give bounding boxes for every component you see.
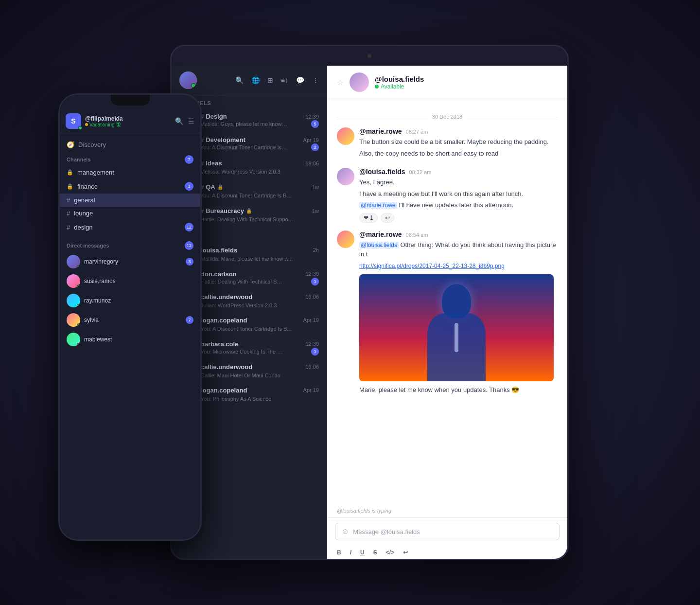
- image-link[interactable]: http://significa.pt/drops/2017-04-25_22-…: [359, 263, 505, 269]
- channel-details-design: # Design 12:39 Matilda: Guys, please let…: [200, 113, 319, 128]
- phone-dm-marvin[interactable]: marvinregory 3: [60, 252, 200, 271]
- return-button[interactable]: ↩: [401, 548, 410, 557]
- person-time-logan2: Apr 19: [303, 387, 319, 393]
- mention-marie: @marie.rowe: [359, 202, 397, 209]
- person-name-callie1: callie.underwood: [201, 293, 252, 301]
- channel-time-dev: Apr 19: [303, 137, 319, 143]
- person-details-don: don.carlson 12:39 Hattie: Dealing With T…: [201, 270, 319, 285]
- code-button[interactable]: </>: [384, 548, 396, 557]
- phone-dm-sylvia[interactable]: sylvia 7: [60, 310, 200, 330]
- phone-header-icons: 🔍 ☰: [175, 117, 194, 125]
- reaction-reply[interactable]: ↩: [381, 213, 394, 223]
- person-details-logan2: logan.copeland Apr 19 You: Philosophy As…: [201, 387, 319, 403]
- phone-dm-count: 12: [185, 241, 193, 250]
- compass-icon: 🧭: [67, 141, 74, 148]
- underline-button[interactable]: U: [358, 548, 367, 557]
- phone-channel-finance[interactable]: 🔒 finance 1: [60, 179, 200, 194]
- phone-notch: [111, 95, 150, 106]
- phone-dm-avatar-marvin: [67, 255, 80, 268]
- phone-dm-ray[interactable]: ray.munoz: [60, 291, 200, 310]
- message-icon[interactable]: 💬: [296, 76, 304, 84]
- person-name-barbara: barbara.cole: [201, 340, 238, 348]
- chat-input-box[interactable]: ☺ Message @louisa.fields: [335, 523, 560, 540]
- chat-username: @louisa.fields: [375, 75, 424, 83]
- person-time-barbara: 12:39: [305, 341, 319, 347]
- person-preview-louisa: Matilda: Marie, please let me know w...: [201, 256, 293, 262]
- phone-ch-badge-design: 12: [185, 223, 193, 231]
- scene: 🔍 🌐 ⊞ ≡↓ 💬 ⋮ Channels D: [58, 35, 642, 570]
- msg-content-3: @marie.rowe 08:54 am @louisa.fields Othe…: [359, 231, 558, 397]
- phone-workspace-avatar: S: [66, 113, 81, 129]
- phone-dm-header: Direct messages 12: [60, 238, 200, 252]
- phone-dm-name-sylvia: sylvia: [84, 317, 182, 323]
- person-details-louisa: louisa.fields 2h Matilda: Marie, please …: [201, 247, 319, 263]
- phone-ch-name-management: management: [77, 169, 193, 176]
- phone-menu-icon[interactable]: ☰: [188, 117, 194, 125]
- person-badge-barbara: 1: [311, 348, 319, 356]
- globe-icon[interactable]: 🌐: [251, 76, 260, 84]
- channel-preview-ideas: Melissa: WordPress Version 2.0.3: [200, 169, 280, 175]
- channel-details-dev: # Development Apr 19 You: A Discount Ton…: [200, 136, 319, 151]
- tablet-camera: [368, 54, 371, 58]
- phone-dm-mablewest[interactable]: mablewest: [60, 330, 200, 349]
- person-time-callie1: 19:06: [305, 294, 319, 300]
- channel-time-ideas: 19:06: [305, 160, 319, 166]
- msg-reactions-2: ❤ 1 ↩: [359, 213, 558, 223]
- chat-panel: ☆ @louisa.fields Available 30 Dec: [327, 66, 567, 559]
- sort-icon[interactable]: ≡↓: [281, 76, 288, 84]
- phone-dm-avatar-mablewest: [67, 333, 80, 346]
- phone-dm-name-ray: ray.munoz: [84, 297, 193, 304]
- chat-messages: 30 Dec 2018 @marie.rowe 08:27 am: [327, 99, 567, 506]
- channel-time-qa: 1w: [312, 184, 319, 190]
- chat-status: Available: [375, 83, 424, 90]
- person-name-louisa: louisa.fields: [201, 247, 237, 254]
- hash-icon-lounge: #: [67, 210, 70, 217]
- channel-name-design: # Design: [200, 113, 227, 120]
- hash-icon-general: #: [67, 196, 70, 204]
- person-name-logan1: logan.copeland: [201, 317, 247, 324]
- phone-ch-badge-finance: 1: [185, 182, 193, 191]
- phone-ch-name-design: design: [74, 224, 181, 231]
- phone-dm-avatar-ray: [67, 294, 80, 307]
- phone-channel-general[interactable]: # general: [60, 194, 200, 207]
- channel-time-design: 12:39: [305, 114, 319, 120]
- star-icon[interactable]: ☆: [337, 78, 344, 87]
- strikethrough-button[interactable]: S: [371, 548, 379, 557]
- channel-preview-design: Matilda: Guys, please let me know wh...: [200, 121, 288, 127]
- italic-button[interactable]: I: [348, 548, 353, 557]
- msg-text-2: Yes, I agree. I have a meeting now but I…: [359, 178, 558, 210]
- person-preview-barbara: You: Microwave Cooking Is The Wav...: [201, 349, 283, 355]
- emoji-button[interactable]: ☺: [341, 527, 349, 536]
- reaction-heart[interactable]: ❤ 1: [359, 213, 378, 223]
- message-input[interactable]: Message @louisa.fields: [353, 528, 553, 535]
- bold-button[interactable]: B: [335, 548, 343, 557]
- phone-sidebar: 🧭 Discovery Channels 7 🔒 management 🔒 fi…: [60, 133, 200, 539]
- phone-dm-dot-susie: [77, 285, 80, 288]
- msg-author-marie3: @marie.rowe: [359, 231, 402, 238]
- phone-search-icon[interactable]: 🔍: [175, 117, 183, 125]
- phone-discovery-item[interactable]: 🧭 Discovery: [60, 137, 200, 152]
- phone-channel-lounge[interactable]: # lounge: [60, 207, 200, 220]
- msg-time-2: 08:32 am: [409, 169, 432, 175]
- phone-dm-avatar-susie: [67, 274, 80, 288]
- phone-channel-management[interactable]: 🔒 management: [60, 166, 200, 179]
- msg-avatar-marie3: [337, 231, 354, 248]
- phone-dm-dot-mablewest: [77, 343, 80, 346]
- more-icon[interactable]: ⋮: [312, 76, 319, 84]
- channel-name-ideas: # Ideas: [200, 160, 222, 167]
- message-group-1: @marie.rowe 08:27 am The button size cou…: [337, 127, 558, 160]
- workspace-avatar[interactable]: [179, 71, 197, 89]
- phone-dm-susie[interactable]: susie.ramos: [60, 271, 200, 291]
- channel-preview-qa: You: A Discount Toner Cartridge Is B...: [200, 193, 291, 198]
- phone-avatar-dot: [78, 126, 82, 130]
- phone-channel-design[interactable]: # design 12: [60, 220, 200, 234]
- phone-channels-label: Channels: [67, 157, 91, 162]
- grid-icon[interactable]: ⊞: [267, 76, 273, 84]
- channel-details-bur: # Bureaucracy 🔒 1w Hattie: Dealing With …: [200, 207, 319, 223]
- phone-channels-header: Channels 7: [60, 152, 200, 166]
- phone-dm-avatar-sylvia: [67, 313, 80, 327]
- channel-details-qa: # QA 🔒 1w You: A Discount Toner Cartridg…: [200, 183, 319, 199]
- search-icon[interactable]: 🔍: [235, 76, 244, 84]
- person-preview-logan2: You: Philosophy As A Science: [201, 396, 271, 402]
- tablet: 🔍 🌐 ⊞ ≡↓ 💬 ⋮ Channels D: [170, 45, 569, 560]
